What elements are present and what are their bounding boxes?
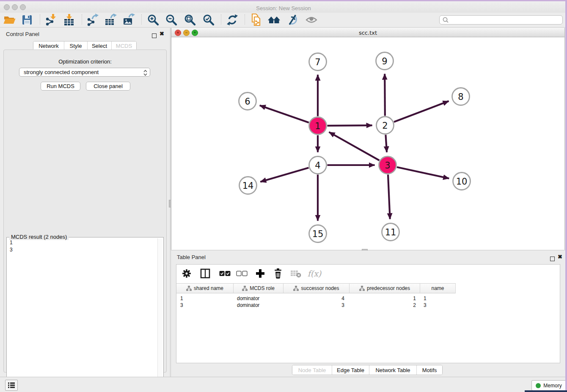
- eye-icon: [305, 14, 318, 26]
- graph-edge-3-10[interactable]: [397, 167, 449, 179]
- cell-successor-nodes[interactable]: 4: [284, 295, 350, 302]
- graph-edge-2-8[interactable]: [394, 101, 449, 122]
- tab-mcds[interactable]: MCDS: [112, 41, 136, 50]
- tab-network-table[interactable]: Network Table: [369, 365, 417, 375]
- plus-icon: [255, 268, 265, 279]
- table-panel: Table Panel ✖: [171, 251, 565, 377]
- cell-predecessor-nodes[interactable]: 2: [350, 302, 420, 309]
- graph-edge-1-6[interactable]: [260, 105, 309, 123]
- export-image-button[interactable]: [121, 14, 136, 26]
- refresh-view-button[interactable]: [225, 14, 239, 26]
- cell-mcds-role[interactable]: dominator: [234, 302, 284, 309]
- table-row[interactable]: 3 dominator 3 2 3: [176, 302, 456, 309]
- cell-shared-name[interactable]: 1: [176, 295, 234, 302]
- save-session-button[interactable]: [20, 14, 34, 26]
- memory-status-icon: [536, 383, 541, 388]
- zoom-out-icon: [165, 14, 178, 26]
- column-header-shared-name[interactable]: shared name: [176, 283, 234, 293]
- toolbar-separator: [141, 14, 142, 25]
- table-row[interactable]: 1 dominator 4 1 1: [176, 295, 456, 302]
- memory-button[interactable]: Memory: [531, 380, 566, 391]
- cell-shared-name[interactable]: 3: [176, 302, 234, 309]
- delete-table-button[interactable]: [288, 268, 303, 279]
- run-mcds-button[interactable]: Run MCDS: [41, 82, 80, 91]
- graph-node-label-11: 11: [385, 227, 396, 237]
- table-options-button[interactable]: [179, 268, 194, 279]
- network-canvas[interactable]: 1234678910111415: [171, 37, 564, 250]
- control-panel-tabs: Network Style Select MCDS: [33, 41, 137, 50]
- import-table-button[interactable]: [62, 14, 76, 26]
- close-table-panel-icon[interactable]: ✖: [558, 254, 562, 259]
- cell-successor-nodes[interactable]: 3: [284, 302, 350, 309]
- column-header-name[interactable]: name: [420, 283, 456, 293]
- clone-network-button[interactable]: [249, 14, 263, 26]
- import-network-button[interactable]: [44, 14, 58, 26]
- float-table-panel-button[interactable]: [550, 255, 555, 263]
- toolbar-separator: [221, 14, 221, 25]
- cell-name[interactable]: 3: [420, 302, 456, 309]
- search-box: [439, 15, 563, 25]
- close-panel-icon[interactable]: ✖: [160, 31, 164, 36]
- toolbar-separator: [40, 14, 40, 25]
- tab-style[interactable]: Style: [64, 41, 88, 50]
- table-toolbar: f(x): [176, 265, 560, 282]
- export-network-button[interactable]: [85, 14, 100, 26]
- hide-graphics-details-button[interactable]: [285, 14, 300, 26]
- export-table-button[interactable]: [103, 14, 118, 26]
- criterion-dropdown[interactable]: strongly connected component: [19, 68, 150, 77]
- graph-edge-3-1[interactable]: [329, 132, 380, 160]
- graph-node-label-2: 2: [382, 121, 388, 131]
- show-log-button[interactable]: [5, 380, 18, 391]
- graph-edge-3-11[interactable]: [388, 174, 390, 219]
- mcds-result-list[interactable]: 1 3: [10, 239, 13, 254]
- column-type-icon: [186, 286, 192, 291]
- table-header-row: shared name MCDS role successor nodes pr…: [176, 283, 456, 293]
- cell-mcds-role[interactable]: dominator: [234, 295, 284, 302]
- tab-motifs[interactable]: Motifs: [417, 365, 442, 375]
- result-scrollbar[interactable]: [157, 238, 162, 392]
- graph-edge-4-14[interactable]: [260, 168, 308, 182]
- close-panel-button[interactable]: Close panel: [86, 82, 130, 91]
- control-panel-title: Control Panel: [6, 31, 39, 37]
- tab-select[interactable]: Select: [88, 41, 112, 50]
- graph-edge-2-3[interactable]: [385, 135, 387, 152]
- search-input[interactable]: [449, 16, 562, 24]
- column-label: successor nodes: [301, 285, 339, 291]
- bird-view-button[interactable]: [304, 14, 319, 26]
- column-header-predecessor-nodes[interactable]: predecessor nodes: [350, 283, 420, 293]
- graph-edge-1-2[interactable]: [327, 125, 372, 126]
- hide-details-icon: [286, 14, 299, 26]
- open-folder-icon: [3, 14, 16, 26]
- zoom-in-button[interactable]: [146, 14, 160, 26]
- float-panel-button[interactable]: [152, 32, 157, 40]
- cell-name[interactable]: 1: [420, 295, 456, 302]
- columns-icon: [200, 268, 210, 279]
- deselect-all-checkboxes-button[interactable]: [234, 271, 249, 276]
- first-neighbors-button[interactable]: [267, 14, 281, 26]
- result-line: 1: [10, 239, 13, 246]
- open-session-button[interactable]: [2, 14, 17, 26]
- desktop-accent-right: [565, 0, 567, 392]
- tab-edge-table[interactable]: Edge Table: [332, 365, 369, 375]
- main-toolbar: [0, 13, 567, 28]
- graph-node-label-10: 10: [456, 177, 468, 187]
- network-graph[interactable]: 1234678910111415: [171, 37, 564, 250]
- create-column-button[interactable]: [253, 268, 268, 279]
- column-header-mcds-role[interactable]: MCDS role: [234, 283, 284, 293]
- mcds-panel: Optimization criterion: strongly connect…: [3, 50, 167, 373]
- zoom-selected-button[interactable]: [201, 14, 216, 26]
- delete-table-icon: [290, 268, 301, 279]
- column-header-successor-nodes[interactable]: successor nodes: [284, 283, 350, 293]
- graph-edge-2-9[interactable]: [385, 74, 385, 116]
- float-icon: [152, 33, 157, 38]
- tab-network[interactable]: Network: [33, 41, 64, 50]
- zoom-out-button[interactable]: [164, 14, 179, 26]
- delete-columns-button[interactable]: [270, 268, 286, 279]
- tab-node-table[interactable]: Node Table: [292, 365, 332, 375]
- cell-predecessor-nodes[interactable]: 1: [350, 295, 420, 302]
- select-all-checkboxes-button[interactable]: [217, 271, 232, 276]
- optimization-label: Optimization criterion:: [4, 58, 166, 65]
- zoom-fit-button[interactable]: [183, 14, 197, 26]
- show-column-button[interactable]: [198, 268, 213, 279]
- function-builder-button[interactable]: f(x): [307, 269, 322, 278]
